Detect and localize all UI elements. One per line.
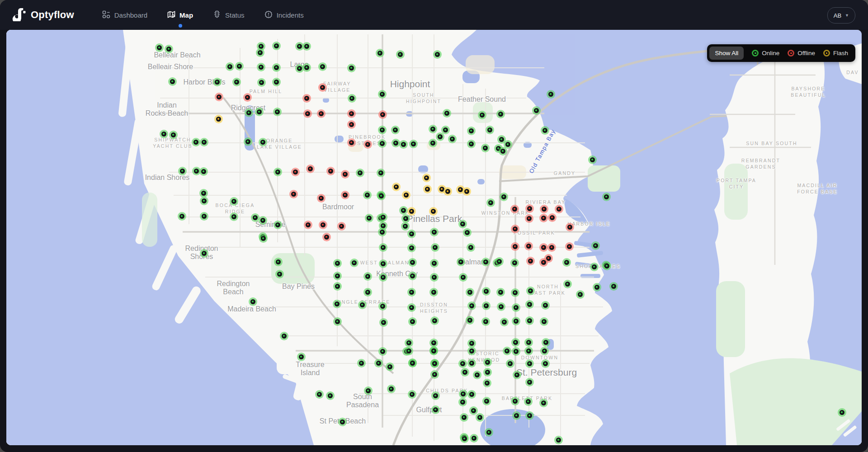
device-marker-offline[interactable] xyxy=(347,120,356,129)
device-marker-online[interactable] xyxy=(602,193,611,201)
logo[interactable]: Optyflow xyxy=(12,7,74,23)
device-marker-online[interactable] xyxy=(392,139,400,147)
device-marker-online[interactable] xyxy=(363,191,372,199)
device-marker-online[interactable] xyxy=(378,228,387,236)
device-marker-online[interactable] xyxy=(500,193,508,201)
device-marker-online[interactable] xyxy=(244,137,252,146)
device-marker-online[interactable] xyxy=(482,287,491,296)
device-marker-online[interactable] xyxy=(363,272,372,281)
device-marker-offline[interactable] xyxy=(547,243,556,252)
device-marker-online[interactable] xyxy=(539,399,548,407)
device-marker-online[interactable] xyxy=(467,243,475,252)
device-marker-online[interactable] xyxy=(326,391,335,400)
device-marker-online[interactable] xyxy=(478,111,486,119)
device-marker-online[interactable] xyxy=(483,368,492,377)
device-marker-offline[interactable] xyxy=(539,243,548,252)
device-marker-offline[interactable] xyxy=(306,165,315,173)
device-marker-online[interactable] xyxy=(461,368,469,377)
device-marker-offline[interactable] xyxy=(363,140,372,149)
device-marker-flash[interactable] xyxy=(402,191,410,199)
device-marker-online[interactable] xyxy=(333,282,342,291)
device-marker-online[interactable] xyxy=(259,234,268,243)
device-marker-online[interactable] xyxy=(249,297,257,306)
device-marker-offline[interactable] xyxy=(524,242,533,250)
device-marker-online[interactable] xyxy=(429,125,437,133)
device-marker-online[interactable] xyxy=(379,273,387,282)
device-marker-offline[interactable] xyxy=(525,204,534,213)
device-marker-online[interactable] xyxy=(497,302,505,311)
device-marker-online[interactable] xyxy=(408,359,417,367)
device-marker-online[interactable] xyxy=(470,434,478,443)
device-marker-online[interactable] xyxy=(525,411,534,420)
device-marker-online[interactable] xyxy=(593,283,601,292)
device-marker-online[interactable] xyxy=(408,317,417,326)
device-marker-online[interactable] xyxy=(363,288,372,297)
device-marker-online[interactable] xyxy=(576,290,585,299)
device-marker-online[interactable] xyxy=(430,316,439,325)
device-marker-online[interactable] xyxy=(230,212,238,221)
device-marker-online[interactable] xyxy=(429,339,438,347)
device-marker-online[interactable] xyxy=(407,303,416,312)
device-marker-offline[interactable] xyxy=(511,225,519,233)
device-marker-online[interactable] xyxy=(524,338,533,347)
filter-flash-button[interactable]: Flash xyxy=(823,50,848,56)
device-marker-online[interactable] xyxy=(401,222,410,231)
device-marker-online[interactable] xyxy=(230,197,238,206)
device-marker-online[interactable] xyxy=(409,140,418,148)
device-marker-online[interactable] xyxy=(524,397,533,406)
device-marker-offline[interactable] xyxy=(302,94,311,103)
device-marker-online[interactable] xyxy=(251,213,259,222)
device-marker-online[interactable] xyxy=(356,169,364,177)
device-marker-offline[interactable] xyxy=(291,168,300,176)
device-marker-online[interactable] xyxy=(431,391,440,400)
device-marker-online[interactable] xyxy=(396,50,405,59)
device-marker-online[interactable] xyxy=(590,263,599,271)
device-marker-flash[interactable] xyxy=(407,207,416,216)
device-marker-online[interactable] xyxy=(401,214,410,223)
device-marker-online[interactable] xyxy=(542,338,550,347)
device-marker-online[interactable] xyxy=(562,258,571,267)
device-marker-online[interactable] xyxy=(433,50,442,59)
device-marker-online[interactable] xyxy=(405,347,413,355)
device-marker-offline[interactable] xyxy=(341,191,349,199)
device-marker-online[interactable] xyxy=(541,359,550,368)
device-marker-offline[interactable] xyxy=(378,110,387,119)
device-marker-online[interactable] xyxy=(430,359,439,368)
device-marker-online[interactable] xyxy=(458,359,467,368)
device-marker-online[interactable] xyxy=(591,241,600,250)
device-marker-online[interactable] xyxy=(511,397,519,405)
device-marker-online[interactable] xyxy=(486,198,495,207)
device-marker-online[interactable] xyxy=(503,347,511,355)
device-marker-online[interactable] xyxy=(540,317,548,326)
device-marker-online[interactable] xyxy=(496,288,505,297)
device-marker-online[interactable] xyxy=(408,390,416,399)
device-marker-online[interactable] xyxy=(512,317,520,325)
device-marker-online[interactable] xyxy=(486,126,494,134)
device-marker-online[interactable] xyxy=(378,302,387,311)
device-marker-online[interactable] xyxy=(232,78,241,86)
device-marker-online[interactable] xyxy=(430,228,439,236)
device-marker-online[interactable] xyxy=(245,108,253,117)
device-marker-online[interactable] xyxy=(200,197,208,205)
device-marker-online[interactable] xyxy=(178,167,187,175)
device-marker-online[interactable] xyxy=(541,126,549,135)
device-marker-online[interactable] xyxy=(430,370,439,379)
device-marker-online[interactable] xyxy=(378,347,387,356)
device-marker-online[interactable] xyxy=(272,42,281,50)
device-marker-online[interactable] xyxy=(526,287,535,295)
device-marker-offline[interactable] xyxy=(565,242,574,251)
device-marker-online[interactable] xyxy=(386,363,394,371)
nav-status[interactable]: Status xyxy=(213,10,245,20)
device-marker-offline[interactable] xyxy=(540,205,548,213)
device-marker-online[interactable] xyxy=(378,90,387,99)
device-marker-online[interactable] xyxy=(274,258,283,266)
device-marker-online[interactable] xyxy=(525,378,534,386)
device-marker-online[interactable] xyxy=(588,155,597,164)
device-marker-online[interactable] xyxy=(379,243,387,252)
device-marker-online[interactable] xyxy=(429,288,438,297)
device-marker-offline[interactable] xyxy=(510,205,519,213)
device-marker-flash[interactable] xyxy=(422,174,431,182)
device-marker-online[interactable] xyxy=(408,258,417,267)
device-marker-flash[interactable] xyxy=(214,115,223,123)
device-marker-offline[interactable] xyxy=(525,214,533,223)
